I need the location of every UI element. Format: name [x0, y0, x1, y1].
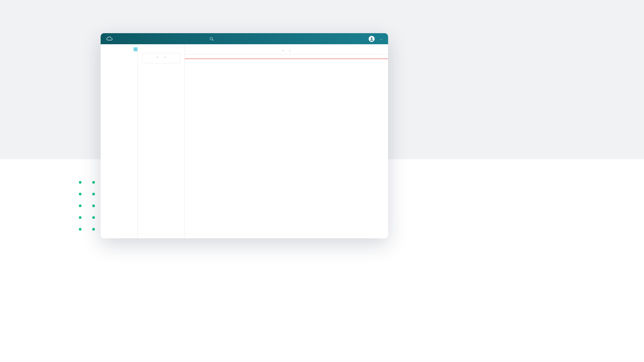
- now-time-badge: [185, 59, 186, 59]
- mini-cal-next[interactable]: ›: [165, 55, 166, 59]
- decorative-dots: [79, 181, 99, 235]
- chevron-down-icon: ⌄: [380, 37, 383, 41]
- calendar-main: ‹ ›: [185, 44, 388, 238]
- app-window: ⌄ ‹ ‹ › ‹: [101, 33, 388, 238]
- search-input[interactable]: [216, 37, 283, 41]
- search-icon: [210, 37, 214, 41]
- svg-line-1: [212, 40, 213, 41]
- sidebar: ‹: [101, 44, 138, 238]
- calendar-controls: ‹ ›: [185, 44, 388, 54]
- svg-point-2: [371, 37, 373, 39]
- now-indicator: [185, 59, 388, 59]
- search-field[interactable]: [210, 37, 283, 41]
- week-header: [185, 54, 388, 59]
- cloud-icon: [106, 37, 113, 41]
- mini-cal-prev[interactable]: ‹: [157, 55, 158, 59]
- svg-point-0: [210, 37, 213, 40]
- range-prev[interactable]: ‹: [282, 48, 284, 52]
- user-menu[interactable]: ⌄: [369, 36, 383, 42]
- filter-panel: ‹ ›: [138, 44, 185, 238]
- view-toggle: [383, 50, 383, 51]
- sidebar-collapse-button[interactable]: ‹: [133, 47, 138, 51]
- mini-calendar: ‹ ›: [142, 53, 180, 63]
- mode-toggle: [190, 50, 190, 51]
- topbar: ⌄: [101, 33, 388, 44]
- range-next[interactable]: ›: [289, 48, 290, 52]
- avatar: [369, 36, 375, 42]
- avatar-icon: [370, 37, 374, 41]
- brand-logo[interactable]: [106, 37, 115, 41]
